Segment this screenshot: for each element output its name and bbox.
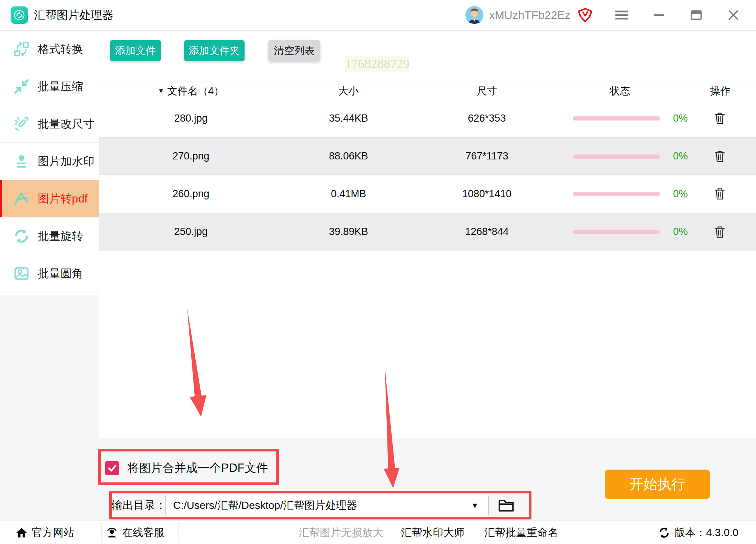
sidebar: 格式转换 批量压缩 批量改尺寸: [0, 31, 99, 292]
file-size: 88.06KB: [329, 138, 368, 175]
file-dimensions: 767*1173: [465, 138, 508, 175]
check-icon: [107, 463, 117, 473]
sidebar-item-label: 批量圆角: [38, 266, 83, 281]
sidebar-item-batch-rotate[interactable]: 批量旋转: [0, 218, 99, 255]
pdf-icon: [13, 190, 30, 207]
file-name: 270.png: [172, 138, 209, 175]
progress-percent: 0%: [673, 99, 688, 137]
file-dimensions: 1080*1410: [462, 175, 512, 213]
file-name: 260.png: [172, 175, 209, 213]
image-icon: [13, 265, 30, 282]
progress-percent: 0%: [673, 213, 688, 250]
customer-service-icon: [106, 527, 118, 538]
clear-list-button[interactable]: 清空列表: [268, 40, 320, 61]
minimize-button[interactable]: [648, 0, 670, 30]
file-size: 35.44KB: [329, 99, 368, 137]
delete-row-button[interactable]: [709, 185, 731, 203]
progress-bar: [573, 230, 660, 234]
sort-caret-icon: ▼: [158, 87, 164, 95]
trash-icon: [714, 150, 725, 163]
update-refresh-icon: [658, 527, 670, 538]
progress-bar: [573, 155, 660, 159]
output-dir-select[interactable]: C:/Users/汇帮/Desktop/汇帮图片处理器 ▼: [165, 495, 489, 516]
username: xMUzhTFb22Ez: [489, 0, 570, 30]
output-dir-value: C:/Users/汇帮/Desktop/汇帮图片处理器: [173, 498, 471, 513]
column-status: 状态: [610, 82, 630, 100]
format-convert-icon: [13, 40, 30, 58]
footer-version: 版本：4.3.0.0: [658, 521, 739, 544]
close-button[interactable]: [722, 0, 745, 30]
delete-row-button[interactable]: [709, 223, 731, 241]
sidebar-item-label: 图片转pdf: [38, 191, 88, 207]
rotate-icon: [13, 227, 30, 245]
footer-online-service[interactable]: 在线客服: [106, 521, 164, 544]
progress-bar: [573, 116, 660, 121]
sidebar-item-batch-round-corner[interactable]: 批量圆角: [0, 255, 99, 292]
footer-batch-rename[interactable]: 汇帮批量重命名: [484, 521, 558, 544]
progress-percent: 0%: [673, 175, 688, 213]
merge-pdf-checkbox[interactable]: [105, 461, 119, 475]
delete-row-button[interactable]: [709, 147, 731, 165]
footer-official-site[interactable]: 官方网站: [16, 521, 74, 544]
app-title: 汇帮图片处理器: [34, 0, 113, 30]
start-button[interactable]: 开始执行: [605, 470, 710, 499]
vip-badge-icon[interactable]: [577, 8, 593, 23]
sidebar-item-label: 格式转换: [38, 42, 83, 57]
file-name: 280.jpg: [174, 99, 208, 137]
progress-percent: 0%: [673, 138, 688, 175]
file-dimensions: 1268*844: [465, 213, 509, 250]
file-size: 0.41MB: [331, 175, 366, 213]
avatar[interactable]: [465, 6, 483, 24]
merge-pdf-option: 将图片合并成一个PDF文件: [105, 460, 268, 476]
progress-bar: [573, 192, 660, 196]
title-bar: 汇帮图片处理器 xMUzhTFb22Ez: [0, 0, 756, 31]
dropdown-caret-icon: ▼: [471, 501, 479, 510]
trash-icon: [714, 112, 725, 125]
column-dimensions: 尺寸: [477, 82, 497, 100]
output-dir-label: 输出目录：: [112, 495, 166, 516]
trash-icon: [714, 226, 725, 238]
footer-divider: [178, 523, 179, 542]
column-operation: 操作: [710, 82, 730, 100]
sidebar-item-image-to-pdf[interactable]: 图片转pdf: [0, 180, 99, 218]
trash-icon: [714, 187, 725, 200]
file-name: 250.jpg: [174, 213, 208, 250]
table-header: ▼ 文件名（4） 大小 尺寸 状态 操作: [99, 82, 756, 100]
home-icon: [16, 527, 27, 538]
add-folder-button[interactable]: 添加文件夹: [184, 40, 245, 61]
add-file-button[interactable]: 添加文件: [110, 40, 161, 61]
app-logo-icon: [11, 6, 28, 24]
app-window: 汇帮图片处理器 xMUzhTFb22Ez: [0, 0, 756, 544]
file-dimensions: 626*353: [468, 99, 506, 137]
column-filename[interactable]: ▼ 文件名（4）: [158, 82, 224, 100]
table-row: 250.jpg 39.89KB 1268*844 0%: [99, 213, 756, 250]
table-row: 260.png 0.41MB 1080*1410 0%: [99, 175, 756, 213]
sidebar-item-label: 批量压缩: [38, 79, 83, 94]
browse-folder-button[interactable]: [496, 496, 516, 515]
menu-button[interactable]: [610, 0, 633, 30]
sidebar-item-add-watermark[interactable]: 图片加水印: [0, 143, 99, 180]
sidebar-item-batch-compress[interactable]: 批量压缩: [0, 68, 99, 105]
stamp-icon: [13, 153, 30, 170]
sidebar-item-label: 图片加水印: [38, 154, 94, 169]
footer-divider: [101, 523, 102, 542]
sidebar-item-batch-resize[interactable]: 批量改尺寸: [0, 105, 99, 143]
file-size: 39.89KB: [329, 213, 368, 250]
column-size: 大小: [338, 82, 359, 100]
delete-row-button[interactable]: [709, 109, 731, 127]
merge-pdf-label: 将图片合并成一个PDF文件: [127, 460, 268, 476]
maximize-button[interactable]: [685, 0, 708, 30]
magic-wand-icon: [13, 115, 30, 133]
table-row: 280.jpg 35.44KB 626*353 0%: [99, 99, 756, 137]
sidebar-item-label: 批量改尺寸: [38, 116, 94, 132]
footer-lossless-upscale[interactable]: 汇帮图片无损放大: [299, 521, 383, 544]
footer: 官方网站 在线客服 汇帮图片无损放大 汇帮水印大师 汇帮批量重命名 版本：4.3…: [0, 521, 756, 544]
table-row: 270.png 88.06KB 767*1173 0%: [99, 137, 756, 175]
sidebar-item-format-convert[interactable]: 格式转换: [0, 31, 99, 68]
folder-icon: [498, 498, 514, 513]
watermark-number: 1768288729: [345, 56, 409, 72]
sidebar-item-label: 批量旋转: [38, 229, 83, 244]
sidebar-empty-area: [0, 295, 99, 521]
footer-watermark-master[interactable]: 汇帮水印大师: [401, 521, 465, 544]
compress-icon: [13, 78, 30, 95]
